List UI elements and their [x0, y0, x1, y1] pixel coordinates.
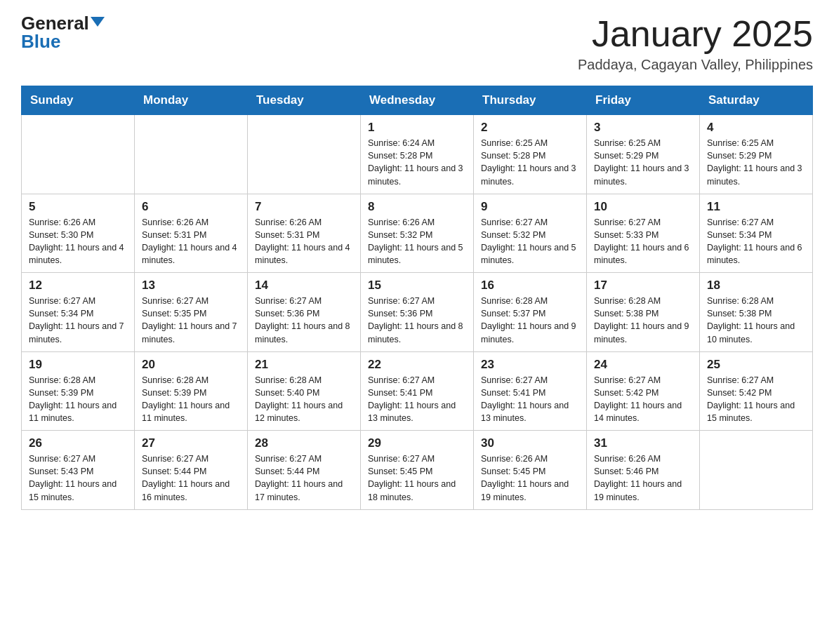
month-title: January 2025	[578, 14, 813, 54]
location-subtitle: Paddaya, Cagayan Valley, Philippines	[578, 57, 813, 73]
day-number: 4	[707, 121, 805, 135]
day-number: 15	[368, 279, 466, 293]
day-info: Sunrise: 6:28 AMSunset: 5:39 PMDaylight:…	[29, 374, 127, 425]
day-number: 27	[142, 436, 240, 450]
day-info: Sunrise: 6:28 AMSunset: 5:40 PMDaylight:…	[255, 374, 353, 425]
day-info: Sunrise: 6:27 AMSunset: 5:33 PMDaylight:…	[594, 216, 692, 267]
day-info: Sunrise: 6:28 AMSunset: 5:38 PMDaylight:…	[594, 295, 692, 346]
day-info: Sunrise: 6:27 AMSunset: 5:32 PMDaylight:…	[481, 216, 579, 267]
logo-triangle-icon	[91, 17, 105, 27]
calendar-cell	[135, 115, 248, 194]
day-info: Sunrise: 6:28 AMSunset: 5:38 PMDaylight:…	[707, 295, 805, 346]
title-block: January 2025 Paddaya, Cagayan Valley, Ph…	[578, 14, 813, 73]
day-info: Sunrise: 6:27 AMSunset: 5:36 PMDaylight:…	[368, 295, 466, 346]
day-info: Sunrise: 6:27 AMSunset: 5:35 PMDaylight:…	[142, 295, 240, 346]
calendar-week-row: 12Sunrise: 6:27 AMSunset: 5:34 PMDayligh…	[22, 273, 813, 352]
day-number: 10	[594, 200, 692, 214]
day-number: 7	[255, 200, 353, 214]
weekday-header-sunday: Sunday	[22, 86, 135, 115]
day-number: 24	[594, 358, 692, 372]
day-number: 29	[368, 436, 466, 450]
day-number: 11	[707, 200, 805, 214]
day-number: 22	[368, 358, 466, 372]
day-info: Sunrise: 6:28 AMSunset: 5:39 PMDaylight:…	[142, 374, 240, 425]
day-number: 12	[29, 279, 127, 293]
calendar-cell: 10Sunrise: 6:27 AMSunset: 5:33 PMDayligh…	[587, 194, 700, 273]
day-info: Sunrise: 6:26 AMSunset: 5:32 PMDaylight:…	[368, 216, 466, 267]
calendar-cell: 26Sunrise: 6:27 AMSunset: 5:43 PMDayligh…	[22, 431, 135, 510]
calendar-cell: 6Sunrise: 6:26 AMSunset: 5:31 PMDaylight…	[135, 194, 248, 273]
day-info: Sunrise: 6:27 AMSunset: 5:42 PMDaylight:…	[594, 374, 692, 425]
logo-blue: Blue	[21, 32, 60, 51]
calendar-cell: 25Sunrise: 6:27 AMSunset: 5:42 PMDayligh…	[700, 351, 813, 431]
day-number: 2	[481, 121, 579, 135]
weekday-header-saturday: Saturday	[700, 86, 813, 115]
calendar-cell	[22, 115, 135, 194]
calendar-cell: 5Sunrise: 6:26 AMSunset: 5:30 PMDaylight…	[22, 194, 135, 273]
weekday-header-monday: Monday	[135, 86, 248, 115]
calendar-cell: 13Sunrise: 6:27 AMSunset: 5:35 PMDayligh…	[135, 273, 248, 352]
calendar-week-row: 26Sunrise: 6:27 AMSunset: 5:43 PMDayligh…	[22, 431, 813, 510]
logo: General Blue	[21, 14, 105, 51]
day-info: Sunrise: 6:27 AMSunset: 5:42 PMDaylight:…	[707, 374, 805, 425]
day-info: Sunrise: 6:27 AMSunset: 5:44 PMDaylight:…	[255, 452, 353, 504]
calendar-cell: 11Sunrise: 6:27 AMSunset: 5:34 PMDayligh…	[700, 194, 813, 273]
calendar-cell: 1Sunrise: 6:24 AMSunset: 5:28 PMDaylight…	[361, 115, 474, 194]
calendar-cell: 14Sunrise: 6:27 AMSunset: 5:36 PMDayligh…	[248, 273, 361, 352]
calendar-cell: 28Sunrise: 6:27 AMSunset: 5:44 PMDayligh…	[248, 431, 361, 510]
calendar-cell: 9Sunrise: 6:27 AMSunset: 5:32 PMDaylight…	[474, 194, 587, 273]
day-number: 6	[142, 200, 240, 214]
day-info: Sunrise: 6:27 AMSunset: 5:41 PMDaylight:…	[481, 374, 579, 425]
calendar-cell: 30Sunrise: 6:26 AMSunset: 5:45 PMDayligh…	[474, 431, 587, 510]
day-info: Sunrise: 6:25 AMSunset: 5:29 PMDaylight:…	[707, 137, 805, 188]
day-number: 28	[255, 436, 353, 450]
weekday-header-thursday: Thursday	[474, 86, 587, 115]
day-info: Sunrise: 6:27 AMSunset: 5:45 PMDaylight:…	[368, 452, 466, 504]
day-number: 5	[29, 200, 127, 214]
weekday-header-friday: Friday	[587, 86, 700, 115]
calendar-cell: 21Sunrise: 6:28 AMSunset: 5:40 PMDayligh…	[248, 351, 361, 431]
calendar-cell: 8Sunrise: 6:26 AMSunset: 5:32 PMDaylight…	[361, 194, 474, 273]
calendar-cell	[700, 431, 813, 510]
day-number: 18	[707, 279, 805, 293]
day-info: Sunrise: 6:27 AMSunset: 5:44 PMDaylight:…	[142, 452, 240, 504]
day-number: 17	[594, 279, 692, 293]
day-info: Sunrise: 6:27 AMSunset: 5:36 PMDaylight:…	[255, 295, 353, 346]
calendar-week-row: 19Sunrise: 6:28 AMSunset: 5:39 PMDayligh…	[22, 351, 813, 431]
calendar-cell: 15Sunrise: 6:27 AMSunset: 5:36 PMDayligh…	[361, 273, 474, 352]
day-number: 13	[142, 279, 240, 293]
calendar-table: SundayMondayTuesdayWednesdayThursdayFrid…	[21, 86, 813, 510]
calendar-cell: 29Sunrise: 6:27 AMSunset: 5:45 PMDayligh…	[361, 431, 474, 510]
calendar-cell: 7Sunrise: 6:26 AMSunset: 5:31 PMDaylight…	[248, 194, 361, 273]
calendar-cell: 31Sunrise: 6:26 AMSunset: 5:46 PMDayligh…	[587, 431, 700, 510]
calendar-cell: 12Sunrise: 6:27 AMSunset: 5:34 PMDayligh…	[22, 273, 135, 352]
page-header: General Blue January 2025 Paddaya, Cagay…	[21, 14, 813, 73]
calendar-cell: 27Sunrise: 6:27 AMSunset: 5:44 PMDayligh…	[135, 431, 248, 510]
day-number: 19	[29, 358, 127, 372]
day-info: Sunrise: 6:26 AMSunset: 5:45 PMDaylight:…	[481, 452, 579, 504]
day-number: 16	[481, 279, 579, 293]
calendar-cell: 24Sunrise: 6:27 AMSunset: 5:42 PMDayligh…	[587, 351, 700, 431]
day-number: 14	[255, 279, 353, 293]
day-number: 30	[481, 436, 579, 450]
weekday-header-row: SundayMondayTuesdayWednesdayThursdayFrid…	[22, 86, 813, 115]
calendar-cell: 16Sunrise: 6:28 AMSunset: 5:37 PMDayligh…	[474, 273, 587, 352]
weekday-header-tuesday: Tuesday	[248, 86, 361, 115]
day-info: Sunrise: 6:26 AMSunset: 5:31 PMDaylight:…	[142, 216, 240, 267]
calendar-week-row: 1Sunrise: 6:24 AMSunset: 5:28 PMDaylight…	[22, 115, 813, 194]
day-info: Sunrise: 6:27 AMSunset: 5:43 PMDaylight:…	[29, 452, 127, 504]
day-info: Sunrise: 6:26 AMSunset: 5:31 PMDaylight:…	[255, 216, 353, 267]
day-info: Sunrise: 6:26 AMSunset: 5:30 PMDaylight:…	[29, 216, 127, 267]
calendar-cell: 18Sunrise: 6:28 AMSunset: 5:38 PMDayligh…	[700, 273, 813, 352]
day-info: Sunrise: 6:26 AMSunset: 5:46 PMDaylight:…	[594, 452, 692, 504]
calendar-cell: 19Sunrise: 6:28 AMSunset: 5:39 PMDayligh…	[22, 351, 135, 431]
calendar-cell: 2Sunrise: 6:25 AMSunset: 5:28 PMDaylight…	[474, 115, 587, 194]
calendar-cell: 20Sunrise: 6:28 AMSunset: 5:39 PMDayligh…	[135, 351, 248, 431]
day-number: 26	[29, 436, 127, 450]
calendar-cell: 3Sunrise: 6:25 AMSunset: 5:29 PMDaylight…	[587, 115, 700, 194]
day-info: Sunrise: 6:27 AMSunset: 5:34 PMDaylight:…	[29, 295, 127, 346]
day-number: 31	[594, 436, 692, 450]
day-number: 21	[255, 358, 353, 372]
day-number: 9	[481, 200, 579, 214]
weekday-header-wednesday: Wednesday	[361, 86, 474, 115]
